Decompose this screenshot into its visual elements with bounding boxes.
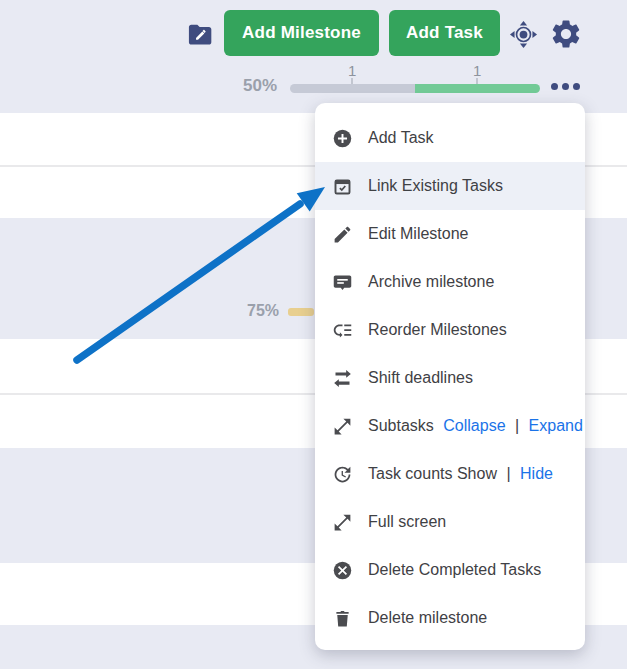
menu-item-label: Edit Milestone (368, 225, 469, 243)
menu-item-label: Add Task (368, 129, 434, 147)
separator: | (515, 417, 519, 434)
menu-item-link-existing-tasks[interactable]: Link Existing Tasks (315, 162, 585, 210)
cancel-circle-icon (332, 560, 353, 581)
menu-item-label: Subtasks Collapse | Expand (368, 417, 583, 435)
menu-item-delete-completed-tasks[interactable]: Delete Completed Tasks (315, 546, 585, 594)
menu-item-subtasks-toggle[interactable]: Subtasks Collapse | Expand (315, 402, 585, 450)
menu-item-label: Full screen (368, 513, 446, 531)
menu-item-full-screen[interactable]: Full screen (315, 498, 585, 546)
clock-update-icon (332, 464, 353, 485)
task-counts-hide-link[interactable]: Hide (520, 465, 553, 482)
add-task-button[interactable]: Add Task (389, 10, 500, 56)
progress-done-segment (415, 84, 540, 93)
milestone-gantt-view: Add Milestone Add Task 50% 1 1 75% Add T… (0, 0, 627, 669)
done-task-count: 1 (473, 62, 481, 79)
menu-item-reorder-milestones[interactable]: Reorder Milestones (315, 306, 585, 354)
milestone-context-menu: Add Task Link Existing Tasks Edit Milest… (315, 103, 585, 650)
settings-gear-icon[interactable] (549, 17, 583, 51)
menu-item-add-task[interactable]: Add Task (315, 114, 585, 162)
progress-remaining-segment (290, 84, 415, 93)
milestone-menu-dots-button[interactable] (551, 83, 580, 90)
menu-item-label: Reorder Milestones (368, 321, 507, 339)
calendar-check-icon (332, 176, 353, 197)
menu-item-label: Link Existing Tasks (368, 177, 503, 195)
menu-item-edit-milestone[interactable]: Edit Milestone (315, 210, 585, 258)
remaining-task-count: 1 (348, 62, 356, 79)
subtasks-text: Subtasks (368, 417, 434, 434)
expand-diagonal-icon (332, 416, 353, 437)
subtasks-collapse-link[interactable]: Collapse (443, 417, 505, 434)
reorder-milestones-icon (332, 320, 353, 341)
menu-item-delete-milestone[interactable]: Delete milestone (315, 594, 585, 642)
edit-folder-button[interactable] (186, 20, 214, 48)
menu-item-label: Delete milestone (368, 609, 487, 627)
pan-move-icon[interactable] (508, 19, 539, 50)
milestone-progress-bar (290, 84, 540, 93)
expand-diagonal-icon (332, 512, 353, 533)
menu-item-shift-deadlines[interactable]: Shift deadlines (315, 354, 585, 402)
trash-icon (332, 608, 353, 629)
menu-item-label: Delete Completed Tasks (368, 561, 541, 579)
pencil-icon (332, 224, 353, 245)
menu-item-archive-milestone[interactable]: Archive milestone (315, 258, 585, 306)
separator: | (506, 465, 510, 482)
menu-item-task-counts-toggle[interactable]: Task counts Show | Hide (315, 450, 585, 498)
menu-item-label: Archive milestone (368, 273, 494, 291)
menu-item-label: Shift deadlines (368, 369, 473, 387)
task-progress-percent: 75% (247, 302, 279, 320)
subtasks-expand-link[interactable]: Expand (529, 417, 583, 434)
add-circle-icon (332, 128, 353, 149)
task-counts-show-text: Task counts Show (368, 465, 497, 482)
menu-item-label: Task counts Show | Hide (368, 465, 553, 483)
add-milestone-button[interactable]: Add Milestone (224, 10, 379, 56)
milestone-progress-percent: 50% (243, 76, 277, 96)
swap-arrows-icon (332, 368, 353, 389)
task-progress-bar (288, 308, 314, 316)
archive-note-icon (332, 272, 353, 293)
